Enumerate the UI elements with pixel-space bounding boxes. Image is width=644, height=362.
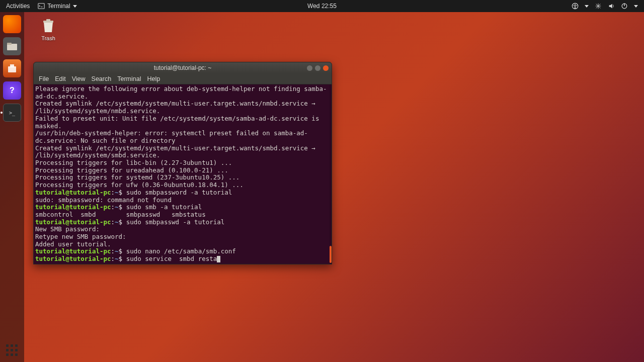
launcher-dock: ? [0, 12, 24, 362]
dock-software[interactable] [3, 59, 21, 77]
trash-icon [40, 17, 57, 34]
menubar: File Edit View Search Terminal Help [34, 73, 332, 84]
svg-rect-6 [7, 43, 12, 45]
chevron-down-icon [634, 5, 638, 8]
show-applications-button[interactable] [6, 344, 18, 356]
terminal-window: tutorial@tutorial-pc: ~ File Edit View S… [33, 62, 332, 264]
menu-search[interactable]: Search [92, 75, 112, 82]
dock-terminal[interactable] [3, 104, 21, 122]
text-cursor [217, 256, 220, 262]
dock-firefox[interactable] [3, 15, 21, 33]
svg-rect-10 [46, 19, 50, 21]
scrollbar-thumb[interactable] [330, 246, 332, 263]
chevron-down-icon [585, 5, 589, 8]
desktop-trash[interactable]: Trash [34, 17, 62, 41]
menu-terminal[interactable]: Terminal [117, 75, 141, 82]
clock[interactable]: Wed 22:55 [307, 3, 337, 10]
minimize-button[interactable] [307, 65, 312, 71]
terminal-output[interactable]: Please ignore the following error about … [34, 84, 332, 264]
scrollbar[interactable] [330, 84, 332, 264]
svg-rect-0 [38, 4, 44, 9]
dock-help[interactable]: ? [3, 81, 21, 100]
app-menu[interactable]: Terminal [38, 3, 76, 10]
maximize-button[interactable] [315, 65, 320, 71]
app-menu-label: Terminal [47, 3, 70, 10]
accessibility-icon[interactable] [572, 3, 579, 10]
svg-point-2 [575, 4, 576, 5]
trash-label: Trash [41, 35, 55, 41]
window-title: tutorial@tutorial-pc: ~ [154, 64, 212, 71]
terminal-icon [38, 3, 45, 10]
svg-rect-8 [10, 64, 14, 67]
menu-edit[interactable]: Edit [55, 75, 66, 82]
top-panel: Activities Terminal Wed 22:55 [0, 0, 644, 12]
menu-view[interactable]: View [72, 75, 86, 82]
chevron-down-icon [73, 5, 77, 8]
dock-files[interactable] [3, 37, 21, 55]
activities-button[interactable]: Activities [6, 3, 30, 10]
menu-help[interactable]: Help [147, 75, 160, 82]
titlebar[interactable]: tutorial@tutorial-pc: ~ [34, 62, 332, 73]
network-icon[interactable] [595, 3, 602, 10]
menu-file[interactable]: File [39, 75, 49, 82]
close-button[interactable] [323, 65, 329, 71]
power-icon[interactable] [621, 3, 628, 10]
volume-icon[interactable] [608, 3, 615, 10]
